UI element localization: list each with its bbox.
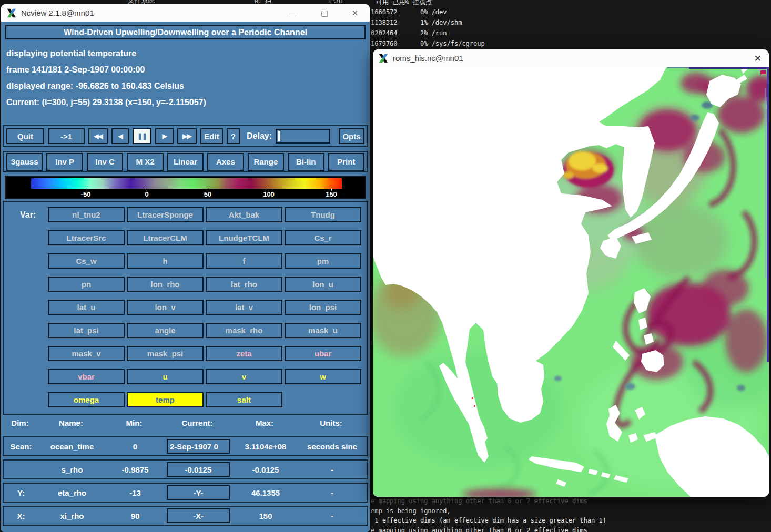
var-button-temp[interactable]: temp (127, 392, 204, 407)
var-button-Tnudg[interactable]: Tnudg (285, 207, 361, 222)
rewind-icon[interactable]: ◀◀ (88, 128, 108, 144)
df-line: 0202464 2% /run (371, 29, 447, 37)
var-button-LtracerSponge[interactable]: LtracerSponge (127, 207, 204, 222)
print-button[interactable]: Print (328, 153, 364, 171)
edit-button[interactable]: Edit (200, 128, 223, 144)
pause-icon[interactable]: ❚❚ (133, 128, 151, 144)
var-button-pm[interactable]: pm (285, 253, 361, 269)
var-button-vbar[interactable]: vbar (48, 369, 125, 384)
var-button-lon_v[interactable]: lon_v (127, 300, 204, 315)
var-button-mask_v[interactable]: mask_v (48, 346, 125, 361)
temperature-map (373, 67, 769, 497)
colorbar-tick-label: 0 (145, 190, 148, 198)
var-button-lon_u[interactable]: lon_u (285, 277, 361, 292)
dim-header-cell: Current: (164, 418, 231, 427)
dim-current-cell: 2-Sep-1907 0 (165, 439, 232, 454)
var-button-mask_psi[interactable]: mask_psi (127, 346, 204, 361)
goto-frame-1-button[interactable]: ->1 (48, 128, 85, 144)
dim-max-value: 46.1355 (232, 488, 299, 497)
var-button-lon_rho[interactable]: lon_rho (127, 277, 204, 292)
fast-forward-icon[interactable]: ▶▶ (177, 128, 197, 144)
terminal-sliver-text: 文件系统 化 挡 已用 (127, 0, 342, 4)
temperature-map-canvas[interactable] (373, 67, 769, 497)
dim-header-cell: Name: (37, 418, 105, 427)
quit-button[interactable]: Quit (6, 128, 44, 144)
colorbar-tick-label: 100 (263, 190, 275, 198)
dim-units: - (299, 511, 365, 520)
help-button[interactable]: ? (227, 128, 240, 144)
var-button-zeta[interactable]: zeta (206, 346, 282, 361)
text-caret (278, 131, 280, 141)
dim-row-eta_rho: Y:eta_rho-13-Y-46.1355- (3, 483, 368, 503)
range-button[interactable]: Range (248, 153, 284, 171)
var-button-Cs_r[interactable]: Cs_r (285, 230, 361, 245)
var-button-pn[interactable]: pn (48, 277, 125, 292)
var-button-LnudgeTCLM[interactable]: LnudgeTCLM (206, 230, 282, 245)
var-button-u[interactable]: u (127, 369, 204, 384)
var-button-angle[interactable]: angle (127, 323, 204, 338)
opts-button[interactable]: Opts (339, 128, 364, 144)
var-button-Akt_bak[interactable]: Akt_bak (206, 207, 282, 222)
var-button-lat_rho[interactable]: lat_rho (206, 277, 282, 292)
dim-current-button[interactable]: 2-Sep-1907 0 (167, 439, 230, 454)
colorbar[interactable]: -50050100150 (5, 176, 366, 199)
var-button-ubar[interactable]: ubar (285, 346, 361, 361)
var-button-h[interactable]: h (127, 253, 204, 269)
dim-min-value: 0 (106, 442, 165, 451)
dim-current-button[interactable]: -0.0125 (167, 462, 230, 477)
delay-label: Delay: (247, 131, 272, 141)
var-button-mask_rho[interactable]: mask_rho (206, 323, 282, 338)
var-button-lat_v[interactable]: lat_v (206, 300, 282, 315)
delay-input[interactable] (276, 129, 330, 144)
linear-button[interactable]: Linear (167, 153, 204, 171)
var-button-lon_psi[interactable]: lon_psi (285, 300, 361, 315)
var-button-lat_u[interactable]: lat_u (48, 300, 125, 315)
var-button-Cs_w[interactable]: Cs_w (48, 253, 125, 269)
var-button-omega[interactable]: omega (48, 392, 125, 407)
minimize-button[interactable]: — (290, 4, 298, 22)
status-lines: displaying potential temperatureframe 14… (6, 45, 367, 110)
transport-toolbar: Quit ->1 ◀◀ ◀ ❚❚ ▶ ▶▶ Edit ? Delay: Opts (3, 125, 368, 147)
var-button-salt[interactable]: salt (206, 392, 282, 407)
var-button-LtracerSrc[interactable]: LtracerSrc (48, 230, 125, 245)
inv-p-button[interactable]: Inv P (46, 153, 83, 171)
close-button[interactable]: ✕ (351, 4, 359, 22)
variable-panel: Var: nl_tnu2LtracerSpongeAkt_bakTnudgLtr… (3, 201, 368, 415)
dim-units: - (299, 465, 365, 474)
close-icon[interactable]: ✕ (754, 49, 762, 67)
dim-header-cell: Dim: (3, 418, 37, 427)
var-button-LtracerCLM[interactable]: LtracerCLM (127, 230, 204, 245)
var-button-lat_psi[interactable]: lat_psi (48, 323, 125, 338)
step-back-icon[interactable]: ◀ (111, 128, 129, 144)
m-x2-button[interactable]: M X2 (127, 153, 163, 171)
play-icon[interactable]: ▶ (155, 128, 174, 144)
var-button-v[interactable]: v (206, 369, 282, 384)
bi-lin-button[interactable]: Bi-lin (288, 153, 324, 171)
dim-current-button[interactable]: -X- (167, 508, 230, 523)
dim-min-value: -0.9875 (106, 465, 165, 474)
axes-button[interactable]: Axes (207, 153, 244, 171)
var-button-w[interactable]: w (285, 369, 361, 384)
dim-current-cell: -Y- (165, 485, 232, 500)
maximize-button[interactable]: ▢ (321, 4, 328, 22)
dim-max-value: -0.0125 (232, 465, 299, 474)
window-title: Ncview 2.1.8@mn01 (21, 8, 94, 17)
terminal-warning-output: e mapping using anything other than 0 or… (370, 494, 771, 532)
dim-min-value: -13 (106, 488, 165, 497)
dim-row-xi_rho: X:xi_rho90-X-150- (3, 506, 368, 526)
map-titlebar[interactable]: roms_his.nc@mn01 ✕ (373, 49, 769, 67)
df-line: 1138312 1% /dev/shm (371, 19, 462, 26)
info-line: displayed range: -96.6826 to 160.483 Cel… (6, 78, 367, 94)
warning-line: e mapping using anything other than 0 or… (371, 527, 587, 532)
var-button-f[interactable]: f (206, 253, 282, 269)
ncview-titlebar[interactable]: Ncview 2.1.8@mn01 — ▢ ✕ (1, 4, 370, 22)
options-toolbar: 3gaussInv PInv CM X2LinearAxesRangeBi-li… (3, 151, 368, 172)
dim-current-button[interactable]: -Y- (167, 485, 230, 500)
inv-c-button[interactable]: Inv C (87, 153, 123, 171)
dim-units: - (299, 488, 365, 497)
terminal-top-sliver: 文件系统 化 挡 已用 (120, 0, 371, 4)
var-button-nl_tnu2[interactable]: nl_tnu2 (48, 207, 125, 222)
var-button-mask_u[interactable]: mask_u (285, 323, 361, 338)
3gauss-button[interactable]: 3gauss (6, 153, 43, 171)
dim-name: s_rho (38, 465, 106, 474)
